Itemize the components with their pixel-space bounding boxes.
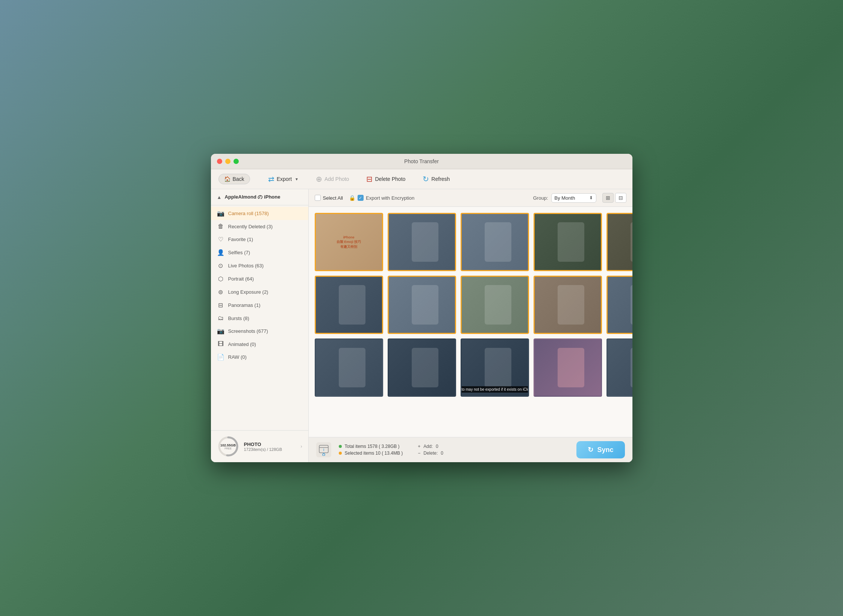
delete-photo-button[interactable]: ⊟ Delete Photo xyxy=(363,173,408,185)
sidebar-item-selfies[interactable]: 👤 Selfies (7) xyxy=(211,246,308,259)
sidebar-item-panoramas[interactable]: ⊟ Panoramas (1) xyxy=(211,299,308,312)
storage-circle: 102.55GB FREE xyxy=(217,435,240,458)
sidebar-item-label: Panoramas (1) xyxy=(228,302,261,308)
grid-view-button[interactable]: ⊞ xyxy=(602,193,614,203)
photo-thumb-3[interactable] xyxy=(461,213,529,271)
live-photos-icon: ⊙ xyxy=(217,262,224,269)
total-dot xyxy=(339,445,342,448)
portrait-icon: ⬡ xyxy=(217,275,224,282)
content-area: Select All 🔒 Export with Encryption Grou… xyxy=(309,189,632,462)
photo-thumb-6[interactable] xyxy=(315,276,383,334)
sidebar-item-raw[interactable]: 📄 RAW (0) xyxy=(211,350,308,364)
refresh-button[interactable]: ↻ Refresh xyxy=(420,173,453,185)
sidebar-item-label: Long Exposure (2) xyxy=(228,289,268,295)
title-bar: Photo Transfer xyxy=(211,154,632,169)
photo-thumb-14[interactable] xyxy=(534,338,602,397)
sidebar: ▲ AppleAlmond の iPhone 📷 Camera roll (15… xyxy=(211,189,309,462)
photo-thumb-12[interactable] xyxy=(388,338,456,397)
add-plus-icon: + xyxy=(418,444,420,449)
view-toggle: ⊞ ⊟ xyxy=(602,193,626,203)
content-toolbar: Select All 🔒 Export with Encryption Grou… xyxy=(309,189,632,207)
select-all-checkbox[interactable] xyxy=(315,195,321,201)
photo-row-3: Photo may not be exported if it exists o… xyxy=(315,338,626,397)
select-all-wrap: Select All xyxy=(315,195,343,201)
sidebar-item-live-photos[interactable]: ⊙ Live Photos (63) xyxy=(211,259,308,272)
photo-thumb-13[interactable]: Photo may not be exported if it exists o… xyxy=(461,338,529,397)
photo-text: iPhone自製 Emoji 技巧有趣又特別 xyxy=(337,235,361,249)
long-exposure-icon: ⊚ xyxy=(217,288,224,296)
sidebar-item-label: Animated (0) xyxy=(228,341,256,347)
trash-icon: 🗑 xyxy=(217,223,224,230)
photo-device-shape xyxy=(631,348,632,387)
sync-button[interactable]: ↻ Sync xyxy=(576,441,625,458)
camera-roll-icon: 📷 xyxy=(217,210,224,217)
panoramas-icon: ⊟ xyxy=(217,302,224,309)
sidebar-item-screenshots[interactable]: 📷 Screenshots (677) xyxy=(211,325,308,338)
raw-icon: 📄 xyxy=(217,354,224,361)
group-select[interactable]: By Month ⬍ xyxy=(551,193,596,203)
sidebar-item-label: Selfies (7) xyxy=(228,250,250,255)
sidebar-footer: 102.55GB FREE PHOTO 1723item(s) / 128GB … xyxy=(211,430,308,462)
photo-thumb-1[interactable]: iPhone自製 Emoji 技巧有趣又特別 xyxy=(315,213,383,271)
photo-thumb-11[interactable] xyxy=(315,338,383,397)
back-button[interactable]: 🏠 Back xyxy=(218,174,250,184)
photo-device-shape xyxy=(558,348,584,387)
photo-thumb-7[interactable] xyxy=(388,276,456,334)
sidebar-item-long-exposure[interactable]: ⊚ Long Exposure (2) xyxy=(211,285,308,299)
encryption-label: Export with Encryption xyxy=(366,195,414,201)
list-view-button[interactable]: ⊟ xyxy=(615,193,626,203)
select-all-label[interactable]: Select All xyxy=(323,195,343,201)
storage-detail: 1723item(s) / 128GB xyxy=(244,447,296,452)
minimize-button[interactable] xyxy=(225,159,230,164)
storage-free: FREE xyxy=(220,447,236,450)
device-triangle-icon: ▲ xyxy=(217,194,222,200)
sync-icon: ↻ xyxy=(588,446,593,454)
sidebar-item-recently-deleted[interactable]: 🗑 Recently Deleted (3) xyxy=(211,220,308,233)
sidebar-item-bursts[interactable]: 🗂 Bursts (8) xyxy=(211,312,308,325)
selected-items-stat: Selected items 10 ( 13.4MB ) xyxy=(339,451,403,456)
group-wrap: Group: By Month ⬍ xyxy=(533,193,596,203)
photo-thumb-4[interactable] xyxy=(534,213,602,271)
sidebar-item-portrait[interactable]: ⬡ Portrait (64) xyxy=(211,272,308,285)
photo-thumb-2[interactable] xyxy=(388,213,456,271)
close-button[interactable] xyxy=(217,159,222,164)
delete-value: 0 xyxy=(441,451,443,456)
delete-action: − Delete: 0 xyxy=(418,451,443,456)
add-label: Add: xyxy=(423,444,433,449)
animated-icon: 🎞 xyxy=(217,341,224,347)
list-icon: ⊟ xyxy=(619,195,623,201)
photo-device-shape xyxy=(485,222,511,261)
maximize-button[interactable] xyxy=(233,159,239,164)
add-photo-button[interactable]: ⊕ Add Photo xyxy=(313,173,352,185)
heart-icon: ♡ xyxy=(217,236,224,243)
sync-label: Sync xyxy=(597,446,613,454)
sidebar-item-animated[interactable]: 🎞 Animated (0) xyxy=(211,338,308,350)
footer-stats: Total items 1578 ( 3.28GB ) Selected ite… xyxy=(339,444,403,456)
delete-minus-icon: − xyxy=(418,451,420,456)
add-photo-icon: ⊕ xyxy=(316,174,322,184)
photo-thumb-10[interactable] xyxy=(606,276,632,334)
window-controls xyxy=(217,159,239,164)
photo-thumb-8[interactable] xyxy=(461,276,529,334)
photo-device-shape xyxy=(412,222,438,261)
photo-thumb-5[interactable] xyxy=(606,213,632,271)
device-header: ▲ AppleAlmond の iPhone xyxy=(211,189,308,205)
encryption-checkbox[interactable] xyxy=(358,195,364,201)
main-content: ▲ AppleAlmond の iPhone 📷 Camera roll (15… xyxy=(211,189,632,462)
sidebar-item-favorite[interactable]: ♡ Favorite (1) xyxy=(211,233,308,246)
main-toolbar: 🏠 Back ⇄ Export ▼ ⊕ Add Photo ⊟ Delete P… xyxy=(211,169,632,189)
encryption-wrap: 🔒 Export with Encryption xyxy=(349,195,414,201)
photo-device-shape xyxy=(485,348,511,387)
device-name: AppleAlmond の iPhone xyxy=(224,194,280,200)
lock-icon: 🔒 xyxy=(349,195,355,201)
export-button[interactable]: ⇄ Export ▼ xyxy=(265,173,302,185)
add-action: + Add: 0 xyxy=(418,444,443,449)
photo-thumb-9[interactable] xyxy=(534,276,602,334)
svg-text:i: i xyxy=(323,448,324,452)
photo-thumb-15[interactable] xyxy=(606,338,632,397)
footer-actions: + Add: 0 − Delete: 0 xyxy=(418,444,443,456)
photo-device-shape xyxy=(485,285,511,324)
sidebar-item-label: Bursts (8) xyxy=(228,316,249,321)
sidebar-item-camera-roll[interactable]: 📷 Camera roll (1578) xyxy=(211,207,308,220)
sidebar-items-list: 📷 Camera roll (1578) 🗑 Recently Deleted … xyxy=(211,205,308,430)
